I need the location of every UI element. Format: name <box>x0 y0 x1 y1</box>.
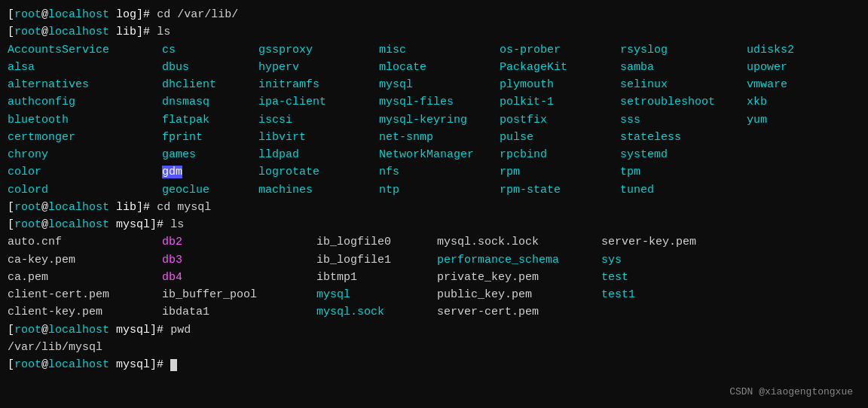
pwd-output: /var/lib/mysql <box>8 339 860 356</box>
ls-row-6: certmongerfprintlibvirtnet-snmppulsestat… <box>8 129 860 146</box>
ls-row-9: colordgeocluemachinesntprpm-statetuned <box>8 181 860 199</box>
cmd-line-2: [root@localhost lib]# ls <box>8 23 860 41</box>
path: log <box>116 8 136 21</box>
cursor-block <box>170 359 177 371</box>
bracket-open: [ <box>8 8 14 21</box>
ls-row-8: colorgdmlogrotatenfsrpmtpm <box>8 163 860 181</box>
user: root <box>14 8 41 21</box>
ls-row-1: AccountsServicecsgssproxymiscos-proberrs… <box>8 41 860 59</box>
command: cd /var/lib/ <box>157 8 238 21</box>
ls-row-3: alternativesdhclientinitramfsmysqlplymou… <box>8 76 860 93</box>
mysql-ls-row-3: ca.pemdb4ibtmp1private_key.pemtest <box>8 269 860 286</box>
hash: # <box>143 8 157 21</box>
cmd-line-1: [root@localhost log]# cd /var/lib/ <box>8 6 860 23</box>
mysql-ls-row-4: client-cert.pemib_buffer_poolmysqlpublic… <box>8 286 860 303</box>
mysql-ls-row-5: client-key.pemibdata1mysql.sockserver-ce… <box>8 303 860 321</box>
terminal: [root@localhost log]# cd /var/lib/ [root… <box>8 6 860 402</box>
ls-row-2: alsadbushypervmlocatePackageKitsambaupow… <box>8 59 860 76</box>
watermark: CSDN @xiaogengtongxue <box>729 386 853 397</box>
mysql-ls-row-1: auto.cnfdb2ib_logfile0mysql.sock.lockser… <box>8 233 860 251</box>
host: localhost <box>48 8 109 21</box>
gdm-highlight: gdm <box>162 166 182 178</box>
ls-row-4: authconfigdnsmasqipa-clientmysql-filespo… <box>8 93 860 111</box>
cmd-line-final: [root@localhost mysql]# <box>8 356 860 373</box>
cmd-line-3: [root@localhost lib]# cd mysql <box>8 199 860 216</box>
cmd-line-5: [root@localhost mysql]# pwd <box>8 321 860 339</box>
ls-row-5: bluetoothflatpakiscsimysql-keyringpostfi… <box>8 111 860 129</box>
cmd-line-4: [root@localhost mysql]# ls <box>8 216 860 233</box>
mysql-ls-row-2: ca-key.pemdb3ib_logfile1performance_sche… <box>8 251 860 269</box>
ls-row-7: chronygameslldpadNetworkManagerrpcbindsy… <box>8 146 860 163</box>
